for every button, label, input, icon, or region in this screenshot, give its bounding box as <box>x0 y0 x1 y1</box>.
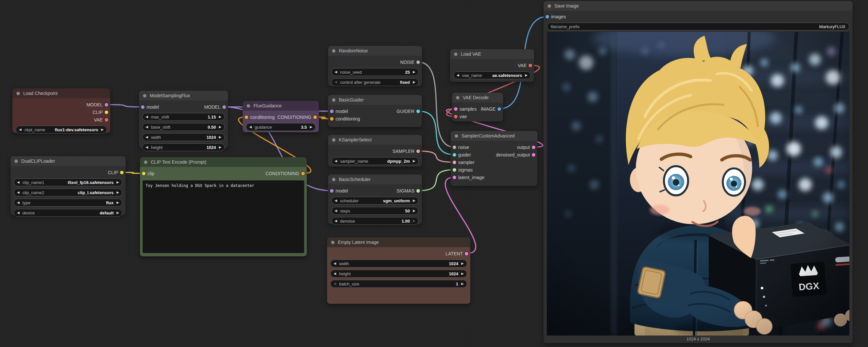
node-titlebar[interactable]: FluxGuidance <box>243 101 319 111</box>
decrement-arrow-icon[interactable]: ◀ <box>146 136 148 139</box>
widget-guidance[interactable]: ◀guidance3.5▶ <box>246 123 316 131</box>
node-clip-text-encode[interactable]: CLIP Text Encode (Prompt)clipCONDITIONIN… <box>140 157 307 256</box>
decrement-arrow-icon[interactable]: ◀ <box>335 160 337 163</box>
node-empty-latent-image[interactable]: Empty Latent ImageLATENT◀width1024▶◀heig… <box>327 237 470 304</box>
output-slot-CONDITIONING[interactable] <box>313 115 317 119</box>
collapse-dot-icon[interactable] <box>332 138 336 142</box>
increment-arrow-icon[interactable]: ▶ <box>413 160 415 163</box>
increment-arrow-icon[interactable]: ▶ <box>117 181 119 184</box>
increment-arrow-icon[interactable]: ▶ <box>219 136 221 139</box>
node-titlebar[interactable]: KSamplerSelect <box>328 135 422 145</box>
increment-arrow-icon[interactable]: ▶ <box>117 201 119 204</box>
node-random-noise[interactable]: RandomNoiseNOISE◀noise_seed25▶◀control a… <box>328 46 422 86</box>
prompt-textarea[interactable]: Toy Jensen holding a DGX Spark in a data… <box>143 180 304 253</box>
output-slot-output[interactable] <box>532 145 535 149</box>
output-slot-CLIP[interactable] <box>105 110 108 114</box>
widget-height[interactable]: ◀height1024▶ <box>142 143 225 151</box>
widget-type[interactable]: ◀typeflux▶ <box>14 199 122 207</box>
node-ksampler-select[interactable]: KSamplerSelectSAMPLER◀sampler_namedpmpp_… <box>328 135 422 167</box>
input-slot-vae[interactable] <box>454 115 458 118</box>
increment-arrow-icon[interactable]: ▶ <box>219 146 221 149</box>
decrement-arrow-icon[interactable]: ◀ <box>146 115 148 118</box>
collapse-dot-icon[interactable] <box>144 161 148 164</box>
collapse-dot-icon[interactable] <box>331 241 335 244</box>
widget-clip-name2[interactable]: ◀clip_name2clip_l.safetensors▶ <box>14 189 122 196</box>
widget-steps[interactable]: ◀steps50▶ <box>331 207 418 215</box>
output-slot-VAE[interactable] <box>529 63 532 67</box>
increment-arrow-icon[interactable]: ▶ <box>413 70 415 74</box>
node-save-image[interactable]: Save Imageimagesfilename_prefixMarkuryFL… <box>544 1 852 343</box>
collapse-dot-icon[interactable] <box>14 160 18 163</box>
output-slot-CONDITIONING[interactable] <box>301 172 305 175</box>
decrement-arrow-icon[interactable]: ◀ <box>334 272 336 275</box>
node-titlebar[interactable]: ModelSamplingFlux <box>139 91 228 100</box>
widget-max-shift[interactable]: ◀max_shift1.15▶ <box>142 113 225 121</box>
input-slot-latent-image[interactable] <box>453 175 456 179</box>
collapse-dot-icon[interactable] <box>17 92 20 95</box>
node-titlebar[interactable]: BasicScheduler <box>328 174 422 184</box>
input-slot-sampler[interactable] <box>453 161 456 164</box>
increment-arrow-icon[interactable]: ▶ <box>117 211 119 214</box>
decrement-arrow-icon[interactable]: ◀ <box>17 181 20 184</box>
decrement-arrow-icon[interactable]: ◀ <box>334 282 336 285</box>
output-slot-NOISE[interactable] <box>416 60 420 64</box>
output-slot-MODEL[interactable] <box>105 103 108 106</box>
output-slot-MODEL[interactable] <box>222 105 226 109</box>
decrement-arrow-icon[interactable]: ◀ <box>335 70 337 74</box>
output-slot-denoised-output[interactable] <box>532 153 535 156</box>
node-titlebar[interactable]: Save Image <box>544 1 852 11</box>
node-vae-decode[interactable]: VAE DecodesamplesIMAGEvae <box>452 93 503 121</box>
node-basic-guider[interactable]: BasicGuidermodelGUIDERconditioning <box>328 95 422 127</box>
widget-noise-seed[interactable]: ◀noise_seed25▶ <box>331 68 418 76</box>
node-titlebar[interactable]: BasicGuider <box>328 95 422 105</box>
node-dual-clip-loader[interactable]: DualCLIPLoaderCLIP◀clip_name1t5xxl_fp16.… <box>10 156 126 215</box>
node-basic-scheduler[interactable]: BasicSchedulermodelSIGMAS◀schedulersgm_u… <box>328 174 422 224</box>
output-slot-VAE[interactable] <box>105 118 108 121</box>
decrement-arrow-icon[interactable]: ◀ <box>146 125 148 129</box>
output-slot-IMAGE[interactable] <box>497 107 501 111</box>
decrement-arrow-icon[interactable]: ◀ <box>334 262 336 265</box>
increment-arrow-icon[interactable]: ▶ <box>101 128 104 131</box>
node-flux-guidance[interactable]: FluxGuidanceconditioningCONDITIONING◀gui… <box>243 101 319 132</box>
increment-arrow-icon[interactable]: ▶ <box>413 81 415 84</box>
node-load-vae[interactable]: Load VAEVAE◀vae_nameae.safetensors▶ <box>450 49 534 82</box>
input-slot-model[interactable] <box>141 105 145 109</box>
widget-batch-size[interactable]: ◀batch_size1▶ <box>330 280 467 288</box>
increment-arrow-icon[interactable]: ▶ <box>413 199 415 202</box>
widget-vae-name[interactable]: ◀vae_nameae.safetensors▶ <box>453 71 531 79</box>
widget-filename-prefix[interactable]: filename_prefixMarkuryFLUX <box>547 23 849 30</box>
increment-arrow-icon[interactable]: ▶ <box>413 209 415 212</box>
node-titlebar[interactable]: Empty Latent Image <box>327 237 470 247</box>
widget-ckpt-name[interactable]: ◀ckpt_nameflux1-dev.safetensors▶ <box>16 126 107 134</box>
input-slot-conditioning[interactable] <box>245 115 248 119</box>
collapse-dot-icon[interactable] <box>143 94 147 97</box>
widget-width[interactable]: ◀width1024▶ <box>330 260 467 267</box>
decrement-arrow-icon[interactable]: ◀ <box>335 199 337 202</box>
decrement-arrow-icon[interactable]: ◀ <box>17 211 20 214</box>
collapse-dot-icon[interactable] <box>455 134 458 138</box>
output-slot-SAMPLER[interactable] <box>416 149 420 153</box>
collapse-dot-icon[interactable] <box>456 96 460 99</box>
increment-arrow-icon[interactable]: ▶ <box>461 282 464 285</box>
increment-arrow-icon[interactable]: ▶ <box>219 115 221 118</box>
decrement-arrow-icon[interactable]: ◀ <box>457 74 459 77</box>
increment-arrow-icon[interactable]: ▶ <box>117 191 119 194</box>
increment-arrow-icon[interactable]: ▶ <box>219 125 221 129</box>
widget-device[interactable]: ◀devicedefault▶ <box>14 209 122 217</box>
decrement-arrow-icon[interactable]: ◀ <box>17 191 20 194</box>
decrement-arrow-icon[interactable]: ◀ <box>335 81 337 84</box>
collapse-dot-icon[interactable] <box>332 98 336 102</box>
decrement-arrow-icon[interactable]: ◀ <box>17 201 20 204</box>
node-titlebar[interactable]: Load VAE <box>450 49 534 59</box>
output-slot-GUIDER[interactable] <box>416 109 420 113</box>
widget-width[interactable]: ◀width1024▶ <box>142 133 225 141</box>
increment-arrow-icon[interactable]: ▶ <box>525 74 528 77</box>
increment-arrow-icon[interactable]: ▶ <box>461 262 464 265</box>
collapse-dot-icon[interactable] <box>247 104 250 108</box>
widget-clip-name1[interactable]: ◀clip_name1t5xxl_fp16.safetensors▶ <box>14 178 122 186</box>
node-titlebar[interactable]: CLIP Text Encode (Prompt) <box>140 157 307 167</box>
increment-arrow-icon[interactable]: ▶ <box>413 219 415 223</box>
widget-denoise[interactable]: ◀denoise1.00▶ <box>331 217 418 225</box>
input-slot-guider[interactable] <box>453 153 456 156</box>
output-slot-LATENT[interactable] <box>465 252 468 255</box>
